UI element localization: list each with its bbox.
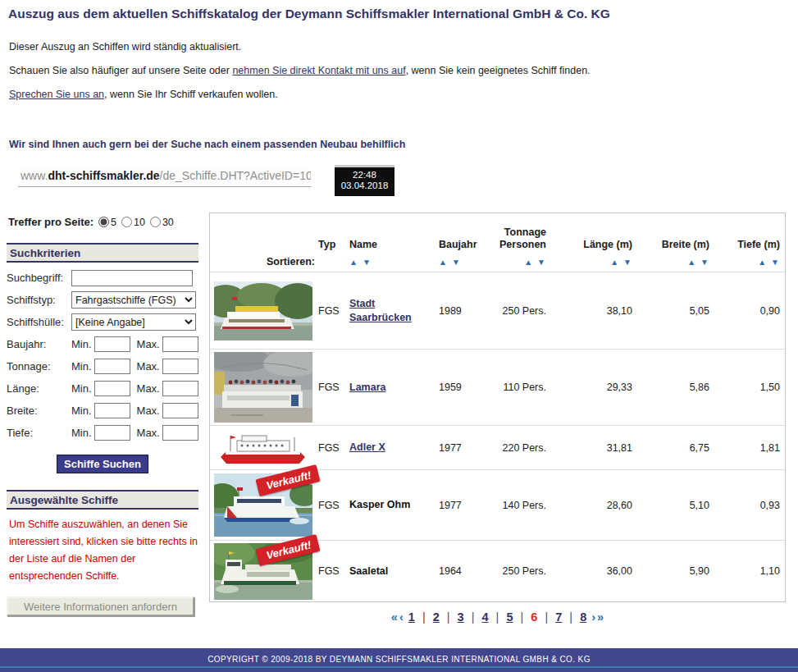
sort-asc-icon[interactable]: ▲: [524, 258, 533, 267]
page-separator: |: [444, 610, 454, 624]
schiffshuelle-select[interactable]: [Keine Angabe]: [71, 313, 196, 331]
sort-desc-icon[interactable]: ▼: [771, 258, 780, 267]
header-cell-tonnage: Tonnage Personen ▲▼: [487, 213, 558, 272]
page-link-1[interactable]: 1: [408, 610, 415, 624]
ship-breite: 5,86: [637, 382, 714, 393]
page-link-3[interactable]: 3: [458, 610, 464, 624]
ships-table: Sortieren: Typ Name ▲▼ Baujahr ▲▼ Tonnag…: [209, 213, 786, 602]
sort-desc-icon[interactable]: ▼: [363, 258, 372, 267]
header-cell-baujahr: Baujahr ▲▼: [428, 213, 487, 272]
ship-baujahr: 1989: [428, 305, 487, 317]
schiffstyp-row: Schiffstyp: Fahrgastschiffe (FGS): [7, 291, 198, 309]
sort-asc-icon[interactable]: ▲: [758, 258, 767, 267]
per-page-radio-10[interactable]: [121, 217, 132, 227]
page-separator: |: [419, 610, 429, 624]
tiefe-label: Tiefe:: [7, 427, 71, 439]
page-link-2[interactable]: 2: [433, 610, 440, 624]
ship-breite: 5,90: [637, 565, 714, 577]
request-info-button[interactable]: Weitere Informationen anfordern: [7, 597, 194, 616]
last-page-icon[interactable]: »: [597, 610, 604, 624]
page-link-4[interactable]: 4: [482, 610, 489, 624]
tiefe-min-input[interactable]: [94, 425, 130, 441]
per-page-option-5[interactable]: 5: [98, 217, 116, 228]
page-link-8[interactable]: 8: [580, 610, 586, 624]
tiefe-max-input[interactable]: [162, 425, 198, 441]
per-page-option-30[interactable]: 30: [150, 217, 174, 228]
header-cell-name: Name ▲▼: [349, 213, 428, 272]
ship-name-cell: Stadt Saarbrücken: [349, 297, 428, 325]
ship-row: FGSLamara1959110 Pers.29,335,861,50: [210, 349, 785, 425]
ship-row: Verkauft!FGSSaaletal1964250 Pers.36,005,…: [210, 540, 785, 601]
page-separator: |: [493, 610, 503, 624]
search-ships-button[interactable]: Schiffe Suchen: [57, 455, 148, 473]
ship-type: FGS: [318, 565, 349, 577]
min-label: Min.: [71, 405, 92, 417]
per-page-radio-5[interactable]: [98, 217, 109, 227]
clock-time: 22:48: [335, 170, 394, 180]
prev-page-icon[interactable]: ‹: [399, 610, 404, 624]
search-criteria-header: Suchkriterien: [7, 243, 198, 263]
per-page-option-10[interactable]: 10: [121, 217, 145, 228]
per-page-option-label: 30: [162, 217, 174, 228]
results-per-page-label: Treffer pro Seite:: [8, 216, 93, 228]
page-separator: |: [468, 610, 478, 624]
page-link-7[interactable]: 7: [555, 610, 562, 624]
tonnage-min-input[interactable]: [94, 359, 130, 374]
baujahr-min-input[interactable]: [94, 336, 130, 352]
ship-tiefe: 1,50: [714, 382, 785, 393]
länge-max-input[interactable]: [162, 381, 198, 396]
per-page-radio-30[interactable]: [150, 217, 161, 227]
address-bar[interactable]: www.dht-schiffsmakler.de/de_Schiffe.DHT?…: [18, 167, 311, 187]
baujahr-max-input[interactable]: [162, 336, 198, 352]
sort-desc-icon[interactable]: ▼: [623, 258, 632, 267]
ship-laenge: 31,81: [558, 442, 637, 454]
tonnage-max-input[interactable]: [162, 359, 198, 374]
ship-photo-adler: [214, 429, 312, 467]
länge-min-input[interactable]: [94, 381, 130, 396]
ship-image-cell: [210, 429, 318, 467]
sell-ship-link[interactable]: Sprechen Sie uns an: [9, 89, 104, 100]
ship-name-cell: Saaletal: [349, 565, 428, 578]
ship-laenge: 38,10: [558, 305, 637, 317]
breite-max-input[interactable]: [162, 403, 198, 418]
ship-type: FGS: [318, 305, 349, 317]
ship-baujahr: 1964: [428, 565, 487, 577]
ship-name-link[interactable]: Adler X: [349, 441, 385, 453]
pagination: «‹1 | 2 | 3 | 4 | 5 | 6 | 7 | 8›»: [209, 610, 786, 624]
ship-image-cell: Verkauft!: [210, 543, 318, 600]
ship-name-link[interactable]: Stadt Saarbrücken: [349, 298, 412, 323]
page-link-5[interactable]: 5: [506, 610, 513, 624]
sort-asc-icon[interactable]: ▲: [439, 258, 448, 267]
ship-name-link[interactable]: Lamara: [349, 382, 385, 393]
next-page-icon[interactable]: ›: [591, 610, 595, 624]
sort-desc-icon[interactable]: ▼: [700, 258, 709, 267]
sort-desc-icon[interactable]: ▼: [537, 258, 546, 267]
first-page-icon[interactable]: «: [391, 610, 398, 624]
suchbegriff-row: Suchbegriff:: [7, 269, 198, 286]
intro-line-1: Dieser Auszug an Schiffen wird ständig a…: [9, 41, 241, 53]
tonnage-label: Tonnage:: [7, 360, 71, 373]
sort-asc-icon[interactable]: ▲: [349, 258, 358, 267]
ship-breite: 6,75: [637, 442, 714, 454]
contact-link[interactable]: nehmen Sie direkt Kontakt mit uns auf: [232, 65, 405, 76]
ship-tiefe: 1,10: [714, 565, 785, 577]
ship-tiefe: 0,90: [714, 305, 785, 317]
ship-image-cell: Verkauft!: [210, 473, 318, 537]
current-page: 6: [531, 610, 537, 624]
ship-drawing-adler-x: [214, 429, 311, 467]
neubau-note: Wir sind Ihnen auch gern bei der Suche n…: [9, 139, 405, 150]
page: Auszug aus dem aktuellen Schiffskatalog …: [0, 0, 798, 672]
sort-asc-icon[interactable]: ▲: [687, 258, 696, 267]
header-cell-laenge: Länge (m) ▲▼: [558, 213, 637, 272]
footer: COPYRIGHT © 2009-2018 BY DEYMANN SCHIFFS…: [0, 648, 798, 672]
breite-filter-row: Breite:Min.Max.: [7, 402, 198, 419]
sort-desc-icon[interactable]: ▼: [452, 258, 461, 267]
sort-asc-icon[interactable]: ▲: [610, 258, 619, 267]
schiffstyp-select[interactable]: Fahrgastschiffe (FGS): [71, 291, 196, 309]
intro-line-2-post: , wenn Sie kein geeignetes Schiff finden…: [406, 65, 591, 76]
selected-ships-header: Ausgewählte Schiffe: [7, 490, 198, 510]
suchbegriff-input[interactable]: [71, 270, 193, 286]
breite-min-input[interactable]: [94, 403, 130, 418]
ship-photo-lamara: [214, 352, 312, 423]
ship-tiefe: 0,93: [714, 500, 785, 511]
